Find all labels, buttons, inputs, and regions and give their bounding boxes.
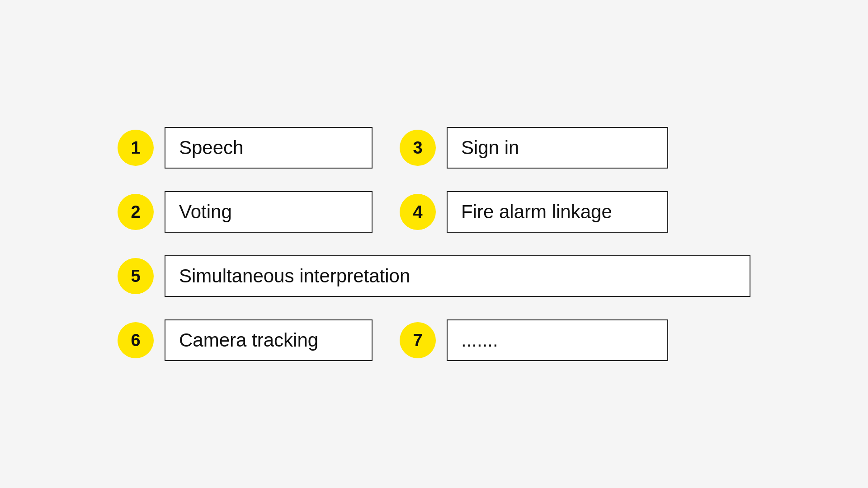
item-5: 5 Simultaneous interpretation <box>118 255 750 297</box>
label-5-text: Simultaneous interpretation <box>179 265 410 286</box>
badge-4-label: 4 <box>413 202 422 222</box>
item-3: 3 Sign in <box>400 127 668 169</box>
label-box-2: Voting <box>165 191 373 233</box>
item-4: 4 Fire alarm linkage <box>400 191 668 233</box>
badge-6-label: 6 <box>131 331 140 350</box>
label-box-4: Fire alarm linkage <box>447 191 668 233</box>
badge-5: 5 <box>118 258 154 294</box>
badge-1-label: 1 <box>131 138 140 158</box>
row-4: 6 Camera tracking 7 ....... <box>118 319 750 361</box>
label-4-text: Fire alarm linkage <box>461 201 612 222</box>
row-1: 1 Speech 3 Sign in <box>118 127 750 169</box>
label-1-text: Speech <box>179 137 243 158</box>
badge-1: 1 <box>118 130 154 166</box>
label-box-1: Speech <box>165 127 373 169</box>
item-7: 7 ....... <box>400 319 668 361</box>
label-box-5: Simultaneous interpretation <box>165 255 750 297</box>
main-container: 1 Speech 3 Sign in 2 Voting <box>118 127 750 361</box>
row-3: 5 Simultaneous interpretation <box>118 255 750 297</box>
badge-7-label: 7 <box>413 331 422 350</box>
item-1: 1 Speech <box>118 127 373 169</box>
label-box-6: Camera tracking <box>165 319 373 361</box>
badge-2: 2 <box>118 194 154 230</box>
badge-6: 6 <box>118 322 154 358</box>
label-6-text: Camera tracking <box>179 329 318 351</box>
row-2: 2 Voting 4 Fire alarm linkage <box>118 191 750 233</box>
badge-3-label: 3 <box>413 138 422 158</box>
label-3-text: Sign in <box>461 137 519 158</box>
item-2: 2 Voting <box>118 191 373 233</box>
label-7-text: ....... <box>461 329 498 351</box>
label-2-text: Voting <box>179 201 232 222</box>
item-6: 6 Camera tracking <box>118 319 373 361</box>
badge-7: 7 <box>400 322 436 358</box>
badge-5-label: 5 <box>131 267 140 286</box>
badge-4: 4 <box>400 194 436 230</box>
badge-2-label: 2 <box>131 202 140 222</box>
label-box-7: ....... <box>447 319 668 361</box>
badge-3: 3 <box>400 130 436 166</box>
label-box-3: Sign in <box>447 127 668 169</box>
